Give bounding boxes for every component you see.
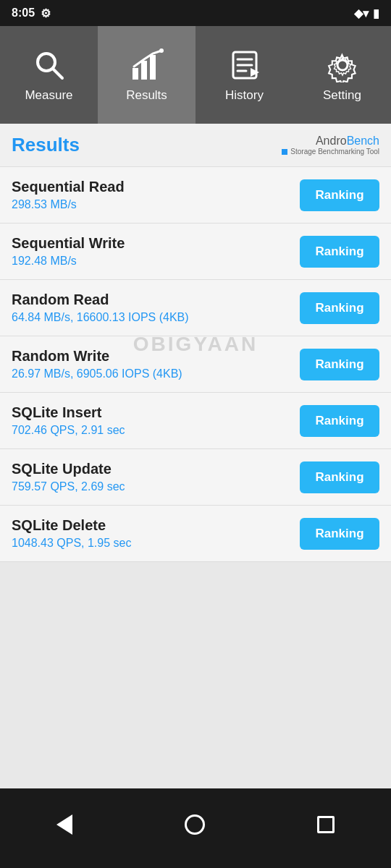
benchmark-value: 702.46 QPS, 2.91 sec — [12, 424, 300, 437]
back-icon — [56, 814, 72, 835]
blue-square-icon — [282, 149, 287, 155]
androbench-name: AndroBench — [316, 135, 379, 148]
results-title: Results — [12, 134, 80, 156]
benchmark-value: 298.53 MB/s — [12, 198, 300, 211]
benchmark-item-random-write: Random Write 26.97 MB/s, 6905.06 IOPS (4… — [0, 336, 391, 393]
ranking-button-random-write[interactable]: Ranking — [300, 349, 379, 380]
benchmark-info: SQLite Update 759.57 QPS, 2.69 sec — [12, 461, 300, 493]
benchmark-item-sqlite-delete: SQLite Delete 1048.43 QPS, 1.95 sec Rank… — [0, 506, 391, 562]
benchmark-info: SQLite Delete 1048.43 QPS, 1.95 sec — [12, 517, 300, 550]
bottom-nav — [0, 788, 391, 868]
benchmark-info: SQLite Insert 702.46 QPS, 2.91 sec — [12, 404, 300, 437]
benchmark-name: Sequential Read — [12, 179, 300, 195]
benchmark-info: Random Write 26.97 MB/s, 6905.06 IOPS (4… — [12, 348, 300, 380]
benchmark-info: Random Read 64.84 MB/s, 16600.13 IOPS (4… — [12, 292, 300, 324]
tab-history[interactable]: History — [196, 26, 293, 124]
results-header: Results AndroBench Storage Benchmarking … — [0, 124, 391, 167]
benchmark-name: SQLite Update — [12, 461, 300, 477]
svg-rect-4 — [150, 55, 156, 80]
benchmark-name: Random Write — [12, 348, 300, 365]
benchmark-value: 759.57 QPS, 2.69 sec — [12, 480, 300, 493]
tab-measure[interactable]: Measure — [0, 26, 98, 124]
status-right: ◆▾ ▮ — [354, 7, 379, 20]
benchmark-value: 1048.43 QPS, 1.95 sec — [12, 537, 300, 550]
benchmark-item-sequential-read: Sequential Read 298.53 MB/s Ranking — [0, 167, 391, 224]
benchmark-item-sqlite-update: SQLite Update 759.57 QPS, 2.69 sec Ranki… — [0, 449, 391, 506]
benchmark-name: Sequential Write — [12, 235, 300, 252]
benchmark-list: Sequential Read 298.53 MB/s Ranking Sequ… — [0, 167, 391, 562]
nav-tabs: Measure Results History — [0, 26, 391, 124]
ranking-button-sqlite-insert[interactable]: Ranking — [300, 405, 379, 437]
tab-measure-label: Measure — [25, 88, 72, 103]
benchmark-value: 26.97 MB/s, 6905.06 IOPS (4KB) — [12, 367, 300, 380]
androbench-logo: AndroBench Storage Benchmarking Tool — [282, 135, 379, 156]
benchmark-name: SQLite Insert — [12, 404, 300, 421]
status-time: 8:05 — [12, 7, 35, 20]
back-button[interactable] — [42, 807, 87, 842]
benchmark-info: Sequential Read 298.53 MB/s — [12, 179, 300, 211]
battery-icon: ▮ — [373, 7, 379, 20]
home-icon — [185, 814, 205, 835]
tab-setting-label: Setting — [323, 88, 361, 103]
tab-results-label: Results — [126, 88, 167, 103]
signal-icon: ◆▾ — [354, 7, 369, 20]
benchmark-item-random-read: Random Read 64.84 MB/s, 16600.13 IOPS (4… — [0, 280, 391, 336]
benchmark-name: SQLite Delete — [12, 517, 300, 534]
tab-setting[interactable]: Setting — [293, 26, 391, 124]
svg-marker-10 — [251, 68, 259, 77]
ranking-button-sqlite-delete[interactable]: Ranking — [300, 518, 379, 550]
status-bar: 8:05 ⚙ ◆▾ ▮ — [0, 0, 391, 26]
measure-icon — [32, 48, 67, 82]
tab-history-label: History — [225, 88, 264, 103]
ranking-button-sequential-read[interactable]: Ranking — [300, 179, 379, 211]
benchmark-name: Random Read — [12, 292, 300, 308]
svg-rect-3 — [141, 61, 147, 80]
history-icon — [227, 48, 262, 82]
tab-results[interactable]: Results — [98, 26, 196, 124]
benchmark-value: 64.84 MB/s, 16600.13 IOPS (4KB) — [12, 311, 300, 324]
svg-line-1 — [53, 69, 62, 78]
recent-icon — [317, 816, 335, 833]
benchmark-info: Sequential Write 192.48 MB/s — [12, 235, 300, 268]
bench-text: Bench — [347, 135, 379, 147]
benchmark-value: 192.48 MB/s — [12, 255, 300, 268]
ranking-button-random-read[interactable]: Ranking — [300, 292, 379, 324]
svg-rect-2 — [133, 68, 138, 80]
status-left: 8:05 ⚙ — [12, 7, 51, 20]
androbench-subtitle: Storage Benchmarking Tool — [282, 148, 379, 156]
empty-area — [0, 562, 391, 721]
ranking-button-sqlite-update[interactable]: Ranking — [300, 461, 379, 493]
home-button[interactable] — [170, 807, 219, 842]
results-icon — [130, 48, 164, 82]
andro-text: Andro — [316, 135, 347, 147]
recent-button[interactable] — [303, 809, 349, 841]
setting-icon — [325, 48, 360, 82]
svg-point-5 — [159, 48, 164, 53]
settings-icon: ⚙ — [41, 7, 51, 20]
ranking-button-sequential-write[interactable]: Ranking — [300, 236, 379, 268]
benchmark-item-sequential-write: Sequential Write 192.48 MB/s Ranking — [0, 224, 391, 280]
benchmark-item-sqlite-insert: SQLite Insert 702.46 QPS, 2.91 sec Ranki… — [0, 393, 391, 449]
